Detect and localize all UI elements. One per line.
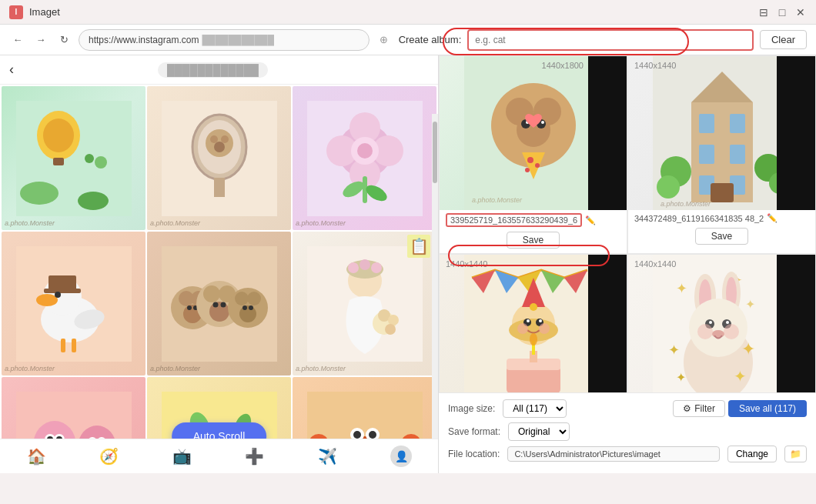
title-bar: I Imaget ⊟ □ ✕ bbox=[0, 0, 816, 25]
clear-button[interactable]: Clear bbox=[760, 30, 807, 49]
direct-icon[interactable]: ✈️ bbox=[318, 447, 337, 466]
filename-text-1: 339525719_163557633290439_6 bbox=[446, 213, 582, 227]
minimize-button[interactable]: ⊟ bbox=[757, 6, 770, 18]
card-black-bar-4 bbox=[777, 255, 815, 392]
svg-point-42 bbox=[187, 305, 192, 310]
watermark: a.photo.Monster bbox=[150, 219, 200, 227]
svg-point-30 bbox=[36, 294, 58, 306]
file-location-input[interactable] bbox=[507, 446, 720, 462]
feed-header: ‹ ████████████ bbox=[0, 55, 438, 85]
mirror-illustration bbox=[162, 101, 277, 216]
left-scrollbar[interactable] bbox=[432, 114, 438, 439]
svg-point-110 bbox=[527, 157, 533, 163]
svg-text:✦: ✦ bbox=[734, 368, 747, 385]
svg-rect-117 bbox=[699, 114, 714, 133]
svg-point-144 bbox=[539, 323, 550, 334]
svg-point-52 bbox=[247, 292, 261, 305]
main-layout: ‹ ████████████ bbox=[0, 55, 816, 473]
svg-rect-32 bbox=[44, 289, 81, 293]
feed-item[interactable]: a.photo.Monster bbox=[2, 86, 145, 230]
back-button[interactable]: ← bbox=[9, 32, 26, 48]
card-dimensions-2: 1440x1440 bbox=[634, 61, 676, 70]
svg-point-51 bbox=[235, 292, 249, 305]
feed-item[interactable]: a.photo.Monster bbox=[147, 86, 291, 230]
feed-grid: a.photo.Monster a.pho bbox=[0, 85, 438, 473]
svg-point-149 bbox=[530, 333, 537, 345]
album-input[interactable] bbox=[467, 29, 754, 51]
svg-rect-35 bbox=[61, 339, 65, 352]
filter-label: Filter bbox=[694, 403, 715, 414]
image-cards-grid: a.photo.Monster 1440x1800 339525719_1635… bbox=[439, 55, 816, 392]
svg-point-108 bbox=[541, 121, 544, 124]
svg-text:✦: ✦ bbox=[668, 342, 680, 358]
edit-icon-1[interactable]: ✏️ bbox=[585, 215, 596, 225]
svg-point-142 bbox=[539, 319, 542, 322]
svg-point-7 bbox=[85, 154, 94, 163]
feed-back-button[interactable]: ‹ bbox=[9, 62, 14, 78]
svg-point-97 bbox=[369, 431, 376, 439]
image-size-label: Image size: bbox=[448, 403, 495, 414]
save-button-2[interactable]: Save bbox=[695, 228, 748, 245]
svg-rect-11 bbox=[214, 178, 225, 197]
card-black-bar-2 bbox=[777, 56, 815, 210]
svg-point-96 bbox=[353, 431, 361, 439]
feed-item[interactable]: a.photo.Monster bbox=[293, 86, 436, 230]
browser-bar: ← → ↻ https://www.instagram.com ████████… bbox=[0, 25, 816, 55]
svg-text:✦: ✦ bbox=[676, 281, 687, 296]
image-card-3: a.photo.Monster 1440x1440 340142422_7697… bbox=[439, 254, 627, 392]
svg-point-53 bbox=[239, 305, 256, 322]
feed-item[interactable]: a.photo.Monster bbox=[147, 232, 291, 375]
svg-point-137 bbox=[530, 303, 537, 311]
svg-point-60 bbox=[360, 259, 370, 270]
maximize-button[interactable]: □ bbox=[776, 6, 788, 18]
refresh-button[interactable]: ↻ bbox=[55, 32, 72, 48]
left-panel: ‹ ████████████ bbox=[0, 55, 439, 473]
reels-icon[interactable]: 📺 bbox=[172, 447, 192, 466]
url-suffix: ███████████ bbox=[202, 35, 274, 45]
close-button[interactable]: ✕ bbox=[794, 6, 807, 18]
create-icon[interactable]: ➕ bbox=[245, 447, 264, 466]
filter-button[interactable]: ⚙ Filter bbox=[673, 400, 725, 417]
feed-item[interactable]: a.photo.Monster bbox=[2, 232, 145, 375]
image-card-1: a.photo.Monster 1440x1800 339525719_1635… bbox=[439, 55, 627, 254]
edit-icon-2[interactable]: ✏️ bbox=[767, 213, 778, 223]
profile-icon[interactable]: 👤 bbox=[390, 446, 412, 467]
svg-point-23 bbox=[357, 143, 373, 159]
svg-point-65 bbox=[385, 324, 396, 335]
folder-button[interactable]: 📁 bbox=[784, 446, 807, 462]
watermark: a.photo.Monster bbox=[5, 365, 55, 372]
card-filename-2: 344372489_6119166341835 48_2 ✏️ bbox=[628, 210, 815, 226]
svg-text:a.photo.Monster: a.photo.Monster bbox=[660, 200, 711, 208]
app-title: Imaget bbox=[29, 6, 60, 18]
svg-point-6 bbox=[95, 156, 107, 169]
save-all-button[interactable]: Save all (117) bbox=[728, 400, 807, 417]
svg-rect-123 bbox=[711, 183, 734, 202]
card-black-bar-3 bbox=[588, 255, 627, 392]
svg-point-54 bbox=[242, 305, 247, 310]
image-card-4: ✦ ✦ ✦ bbox=[627, 254, 816, 392]
save-button-1[interactable]: Save bbox=[507, 232, 560, 249]
card-filename-1: 339525719_163557633290439_6 ✏️ bbox=[440, 210, 627, 230]
svg-point-33 bbox=[55, 292, 61, 298]
svg-point-143 bbox=[517, 323, 528, 334]
save-format-row: Save format: Original bbox=[448, 422, 807, 441]
card-dimensions-3: 1440x1440 bbox=[446, 259, 487, 269]
svg-rect-3 bbox=[53, 158, 64, 165]
svg-point-55 bbox=[249, 305, 253, 310]
format-select[interactable]: Original bbox=[508, 422, 570, 441]
change-button[interactable]: Change bbox=[727, 446, 777, 462]
balloon-illustration bbox=[16, 101, 132, 216]
svg-text:a.photo.Monster: a.photo.Monster bbox=[472, 196, 523, 204]
bookmark-icon[interactable]: ⊕ bbox=[376, 32, 393, 48]
url-bar[interactable]: https://www.instagram.com ███████████ bbox=[79, 29, 370, 51]
forward-button[interactable]: → bbox=[32, 32, 49, 48]
image-card-2: a.photo.Monster 1440x1440 344372489_6119… bbox=[627, 55, 816, 254]
image-size-select[interactable]: All (117) bbox=[503, 399, 567, 418]
home-icon[interactable]: 🏠 bbox=[27, 447, 46, 466]
explore-icon[interactable]: 🧭 bbox=[99, 447, 119, 466]
svg-point-163 bbox=[709, 321, 712, 324]
filter-icon: ⚙ bbox=[683, 403, 691, 414]
feed-item[interactable]: 📋 bbox=[293, 232, 436, 375]
svg-point-13 bbox=[210, 135, 218, 143]
svg-point-64 bbox=[388, 315, 399, 325]
